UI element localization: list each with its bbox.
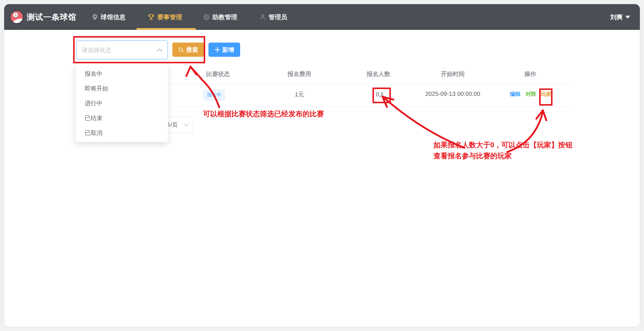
column-header-fee: 报名费用 [288, 70, 311, 78]
main-content: 比赛状态 报名费用 报名人数 开始时间 操作 报名中 1元 0人 2025-09… [4, 30, 640, 327]
top-navigation-bar: 3 测试一条球馆 球馆信息 [4, 4, 640, 30]
start-time-cell: 2025-09-13 00:00:00 [425, 91, 480, 97]
column-header-status: 比赛状态 [206, 70, 230, 78]
nav-label: 助教管理 [212, 13, 237, 21]
nav-label: 赛事管理 [157, 13, 182, 21]
chevron-up-icon [157, 49, 162, 52]
search-icon [178, 47, 184, 53]
annotation-note-filter: 可以根据比赛状态筛选已经发布的比赛 [203, 109, 324, 119]
trophy-icon [148, 14, 155, 21]
search-button[interactable]: 搜索 [172, 43, 204, 57]
nav-item-assistant-management[interactable]: 助教管理 [203, 4, 237, 30]
column-header-actions: 操作 [524, 70, 536, 78]
location-pin-icon [92, 14, 98, 21]
dropdown-option-registering[interactable]: 报名中 [76, 66, 168, 81]
add-button[interactable]: 新增 [208, 43, 240, 57]
user-menu[interactable]: 刘爽 [610, 4, 630, 30]
select-placeholder: 请选择状态 [82, 46, 157, 54]
add-button-label: 新增 [222, 46, 234, 54]
app-window: 3 测试一条球馆 球馆信息 [0, 0, 644, 331]
players-action-link[interactable]: 玩家 [541, 91, 551, 98]
chevron-down-icon [184, 123, 189, 126]
app-card: 3 测试一条球馆 球馆信息 [4, 4, 640, 327]
column-header-signups: 报名人数 [367, 70, 390, 78]
ball-number: 3 [12, 12, 19, 19]
annotation-note-players: 如果报名人数大于0，可以点击【玩家】按钮 查看报名参与比赛的玩家 [433, 139, 572, 161]
double-circle-icon [203, 14, 210, 20]
ball-crescent [11, 17, 24, 24]
dropdown-option-in-progress[interactable]: 进行中 [76, 96, 168, 111]
nav-item-admin[interactable]: 管理员 [260, 4, 287, 30]
bracket-action-link[interactable]: 对阵 [526, 91, 536, 98]
dropdown-caret [96, 60, 101, 65]
status-badge: 报名中 [203, 90, 225, 101]
status-filter-select[interactable]: 请选择状态 [76, 41, 168, 59]
nav-label: 球馆信息 [101, 13, 126, 21]
search-button-label: 搜索 [186, 46, 198, 54]
billiard-ball-logo-icon: 3 [10, 10, 24, 24]
nav-item-venue-info[interactable]: 球馆信息 [92, 4, 126, 30]
annotation-note-players-line2: 查看报名参与比赛的玩家 [433, 150, 572, 161]
dropdown-option-finished[interactable]: 已结束 [76, 111, 168, 125]
person-icon [260, 14, 266, 20]
annotation-note-players-line1: 如果报名人数大于0，可以点击【玩家】按钮 [433, 139, 572, 150]
dropdown-option-cancelled[interactable]: 已取消 [76, 125, 168, 140]
dropdown-option-upcoming[interactable]: 即将开始 [76, 81, 168, 96]
user-name: 刘爽 [610, 13, 623, 21]
fee-cell: 1元 [295, 91, 304, 99]
nav-label: 管理员 [269, 13, 287, 21]
venue-title: 测试一条球馆 [27, 4, 76, 30]
chevron-down-icon [625, 16, 630, 19]
nav-item-event-management[interactable]: 赛事管理 [148, 4, 182, 30]
column-header-start: 开始时间 [441, 70, 465, 78]
plus-icon [215, 47, 220, 52]
edit-action-link[interactable]: 编辑 [510, 91, 521, 98]
signup-count-cell: 0人 [376, 91, 385, 99]
status-dropdown-panel: 报名中 即将开始 进行中 已结束 已取消 [75, 63, 168, 142]
